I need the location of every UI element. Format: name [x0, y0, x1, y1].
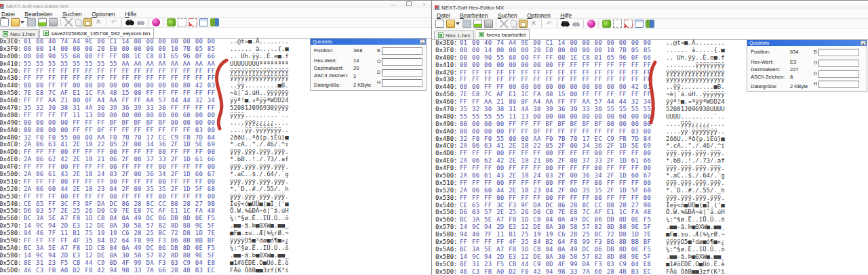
cut-button[interactable]	[64, 18, 73, 26]
row-ascii[interactable]: .. Uh.ÿÿ..È.e■.f	[666, 54, 725, 62]
hex-row[interactable]: 0x590:FF FF FF FF 4F 35 84 B2 64 F8 99 F…	[0, 237, 431, 245]
row-hex-bytes[interactable]: FF FF FF FF 4F 35 84 B2 64 F8 99 F3 B6 8…	[24, 237, 216, 245]
row-hex-bytes[interactable]: 35 32 30 38 31 4A 30 39 36 39 33 30 55 5…	[460, 106, 652, 113]
row-hex-bytes[interactable]: FF FF FF 00 FF FF FF 00 FF FF FF 00 FF F…	[460, 150, 652, 157]
row-ascii[interactable]: ..@t¤■.Á........	[230, 38, 289, 45]
cut-button[interactable]	[500, 20, 509, 28]
row-ascii[interactable]: ~è|¯á.úH..ÿÿÿÿÿÿ	[666, 91, 725, 98]
row-hex-bytes[interactable]: 32 F0 F0 55 00 00 AA F0 7B 70 17 EC C9 F…	[24, 134, 216, 142]
row-ascii[interactable]: Îeÿ<ó■ÚÜ■(■Ì¸('■	[666, 202, 725, 209]
row-hex-bytes[interactable]: 00 00 00 00 FF FF FF BF BF BF BF BF 00 0…	[460, 121, 652, 128]
decimal-input[interactable]	[382, 69, 422, 77]
octal-input[interactable]	[818, 60, 859, 67]
row-hex-bytes[interactable]: 7E E8 7C AF E1 1C FA 48 15 00 FF FF FF F…	[24, 89, 216, 97]
row-ascii[interactable]: Îeÿ<ó■ÚÜ■(■Ì¸('■	[230, 200, 289, 208]
row-hex-bytes[interactable]: 55 55 55 55 55 55 55 55 AA AA AA AA AA A…	[24, 60, 216, 68]
paste-button[interactable]	[83, 18, 92, 26]
row-hex-bytes[interactable]: FF FF FF 00 FF FF FF 00 FF FF FF 00 FF F…	[460, 179, 652, 187]
row-ascii[interactable]: ....ÿÿÿ¿¿¿¿¿....	[230, 119, 289, 127]
hex-row[interactable]: 0x480:FF FF FF FF 11 13 00 00 00 00 00 0…	[0, 112, 431, 119]
hex-row[interactable]: 0x4D0:FF FF FF 00 FF FF FF 00 FF FF FF 0…	[0, 148, 431, 156]
goto-window-button[interactable]	[635, 20, 644, 28]
hex-row[interactable]: 0x590:FF FF FF FF 4F 35 84 B2 64 F8 99 F…	[435, 238, 868, 246]
row-ascii[interactable]: ...... à.....{.■	[230, 45, 289, 53]
row-ascii[interactable]: ■F■.±u..Æ(%¼rØ.~	[230, 230, 289, 237]
row-hex-bytes[interactable]: FF FF FF FF FF FF FF FF FF FF FF FF FF F…	[460, 76, 652, 83]
row-ascii[interactable]: ÿÿÿÿO5■²dø■ó¶■»¿	[666, 238, 725, 246]
hex-row[interactable]: 0x5B0:14 9C 94 2D E3 12 DE 8A 30 58 57 8…	[435, 253, 868, 261]
row-hex-bytes[interactable]: FF FF FF 00 FF FF FF 00 FF FF FF 00 FF F…	[24, 178, 216, 186]
select-range-button[interactable]	[189, 18, 197, 26]
minimize-button[interactable]: —	[390, 1, 395, 7]
row-hex-bytes[interactable]: 35 32 30 38 31 4A 30 39 36 39 33 30 FF F…	[24, 104, 216, 112]
row-ascii[interactable]: 2ððU..ªð{p.ìÉû}■	[230, 134, 289, 142]
row-hex-bytes[interactable]: 00 00 00 00 00 00 00 00 FF FF FF FF FF F…	[460, 62, 652, 69]
hex-input[interactable]	[818, 81, 859, 88]
row-ascii[interactable]: ¼:^§ø.Ë..IÜ.Û..õ	[230, 215, 289, 222]
row-ascii[interactable]: ¼:^§ø.Ë..IÜ.Û..õ	[666, 216, 725, 224]
hex-row[interactable]: 0x5D0:46 C3 FB A0 D2 F0 42 94 98 33 7A 6…	[0, 267, 431, 274]
hex-row[interactable]: 0x4A0:00 00 00 00 FF FF 0F FF FF FF FF F…	[0, 127, 431, 134]
row-ascii[interactable]: .■■-ã.Þ■0XW■.■■_	[666, 253, 725, 261]
row-hex-bytes[interactable]: 00 00 00 00 FF FF FF BF BF BF BF BF 00 0…	[24, 119, 216, 127]
hex-row[interactable]: 0x500:2A 06 61 43 2E 18 24 03 2F 00 36 3…	[0, 171, 431, 178]
row-hex-bytes[interactable]: FF FF FF 00 FF FF FF 00 FF FF FF 00 FF F…	[460, 194, 652, 202]
row-hex-bytes[interactable]: 00 00 00 00 FF FF 0F FF FF FF FF FF FF F…	[24, 127, 216, 134]
row-ascii[interactable]: ÿÿÿ.ÿÿÿ.ÿÿÿ.ÿÿÿ.	[666, 165, 725, 172]
open-file-button[interactable]	[11, 18, 20, 26]
save-as-button[interactable]	[473, 20, 482, 28]
hex-row[interactable]: 0x4B0:32 F0 F0 55 00 00 AA F0 7B 70 17 E…	[435, 135, 868, 143]
undo-button[interactable]	[545, 20, 554, 28]
row-ascii[interactable]: ........ÿÿÿÿÿÿÿÿ	[666, 62, 725, 69]
row-ascii[interactable]: ÿÿÿ.ÿÿÿ.ÿÿÿ.ÿÿÿ.	[230, 178, 289, 186]
search-next-button[interactable]	[572, 20, 580, 28]
hex-row[interactable]: 0x4F0:FF FF FF 00 FF FF FF 00 FF FF FF 0…	[0, 163, 431, 171]
hex-row[interactable]: 0x5D0:46 C3 FB A0 D2 F0 42 94 98 33 7A 6…	[435, 268, 868, 275]
row-hex-bytes[interactable]: 8E 31 23 F5 CB 44 C9 0D 4F 99 DA F3 03 C…	[24, 259, 216, 267]
save-button[interactable]	[462, 20, 471, 28]
open-file-dropdown-icon[interactable]	[20, 21, 24, 24]
row-ascii[interactable]: *.aC..$./.64/.`g	[230, 171, 289, 178]
maximize-button[interactable]	[406, 1, 412, 7]
row-hex-bytes[interactable]: 32 F0 F0 55 00 00 AA F0 7B 70 17 EC C9 F…	[460, 135, 652, 143]
hex-row[interactable]: 0x5A0:BC 3A 5E A7 F8 1D CB 04 0A 49 DC 0…	[435, 246, 868, 253]
row-ascii[interactable]: .. Uh.ÿÿ..È.e■.f	[230, 53, 289, 60]
row-hex-bytes[interactable]: 01 00 40 74 A4 9E 00 C1 14 00 00 00 00 0…	[460, 39, 652, 47]
row-hex-bytes[interactable]: 00 00 00 00 FF FF 0F FF FF FF FF FF FF F…	[460, 128, 652, 135]
row-hex-bytes[interactable]: 00 00 FF FF 00 00 00 00 00 00 00 00 00 8…	[460, 83, 652, 91]
hex-row[interactable]: 0x4A0:00 00 00 00 FF FF 0F FF FF FF FF F…	[435, 128, 868, 135]
search-next-button[interactable]	[136, 18, 145, 26]
decimal-input[interactable]	[818, 70, 859, 78]
hex-row[interactable]: 0x4C0:2A 06 63 41 2E 18 22 05 2F 00 34 3…	[0, 141, 431, 148]
hex-row[interactable]: 0x4E0:2A 06 62 42 2E 18 21 06 2F 00 37 3…	[435, 157, 868, 165]
row-ascii[interactable]: 2ððU..ªð{p.ìÉû}■	[666, 135, 725, 143]
copy-button[interactable]	[511, 20, 517, 27]
row-hex-bytes[interactable]: 00 00 14 00 00 00 20 E0 00 00 00 00 10 7…	[24, 45, 216, 53]
hex-row[interactable]: 0x520:2A 06 60 44 2E 18 23 04 2F 00 35 3…	[0, 186, 431, 193]
hex-row[interactable]: 0x5C0:8E 31 23 F5 CB 44 C9 0D 4F 99 DA F…	[435, 261, 868, 268]
hex-row[interactable]: 0x4D0:FF FF FF 00 FF FF FF 00 FF FF FF 0…	[435, 150, 868, 157]
hex-row[interactable]: 0x570:14 9C 94 2D E3 12 DE 8A 30 58 57 8…	[0, 222, 431, 230]
row-ascii[interactable]: ■F■.±u..Æ(%¼rØ.~	[666, 231, 725, 238]
row-ascii[interactable]: 52081J096930UUUU	[666, 106, 725, 113]
row-ascii[interactable]: ..ÿÿ.........■B.	[230, 82, 289, 89]
row-ascii[interactable]: FÃû ÒðB■■3zf(K³ì	[230, 267, 289, 274]
row-hex-bytes[interactable]: 55 55 55 55 11 13 00 00 00 00 00 00 00 6…	[460, 113, 652, 121]
row-ascii[interactable]: ÿÿÿÿÿÿÿÿÿÿÿÿÿÿÿÿ	[666, 69, 725, 77]
row-ascii[interactable]: *.aC..$./.64/.`g	[666, 172, 725, 179]
row-hex-bytes[interactable]: BC 3A 5E A7 F8 1D CB 04 0A 49 DC 06 DB 8…	[460, 216, 652, 224]
new-file-button[interactable]	[0, 18, 9, 26]
collapse-button[interactable]: ▴	[420, 39, 425, 44]
save-button[interactable]	[27, 18, 36, 26]
row-ascii[interactable]: *.cA.."./.46/.^i	[230, 141, 289, 148]
hex-row[interactable]: 0x4C0:2A 06 63 41 2E 18 22 05 2F 00 34 3…	[435, 142, 868, 150]
row-hex-bytes[interactable]: 14 9C 94 2D E3 12 DE 8A 30 58 57 82 8D 8…	[24, 222, 216, 230]
hex-row[interactable]: 0x470:35 32 30 38 31 4A 30 39 36 39 33 3…	[0, 104, 431, 112]
row-hex-bytes[interactable]: BC 3A 5E A7 F8 1D CB 04 0A 49 DC 06 DB 8…	[460, 246, 652, 253]
hex-row[interactable]: 0x490:00 00 00 00 FF FF FF BF BF BF BF B…	[435, 121, 868, 128]
hex-row[interactable]: 0x560:BC 3A 5E A7 F8 1D CB 04 0A 49 DC 0…	[0, 215, 431, 222]
open-file-button[interactable]	[446, 20, 455, 28]
row-ascii[interactable]: *.bB..!./.73/.af	[666, 157, 725, 165]
row-ascii[interactable]: ÿÿª!■.¤ªÿÿªWDD24	[666, 98, 725, 106]
paste-button[interactable]	[519, 20, 528, 28]
